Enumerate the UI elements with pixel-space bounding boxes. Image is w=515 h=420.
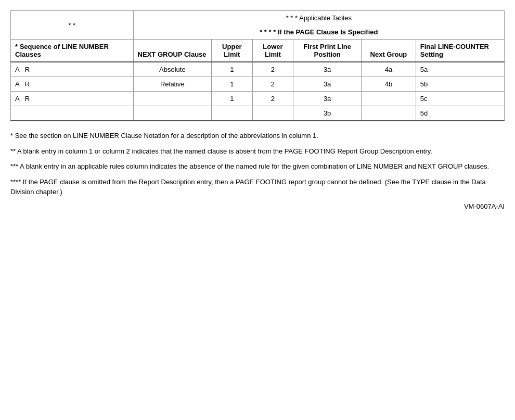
col-header-3: Upper Limit bbox=[212, 40, 253, 62]
applicable-tables-label: * * * Applicable Tables bbox=[286, 14, 352, 22]
footnote-2: ** A blank entry in column 1 or column 2… bbox=[10, 146, 505, 157]
row2-col3: 1 bbox=[212, 77, 253, 92]
row4-col7: 5d bbox=[416, 106, 504, 121]
footnotes-section: * See the section on LINE NUMBER Clause … bbox=[10, 131, 505, 197]
col-headers-row: * Sequence of LINE NUMBER Clauses NEXT G… bbox=[11, 40, 505, 62]
row2-col1: A R bbox=[11, 77, 134, 92]
row3-col2 bbox=[133, 92, 212, 106]
row1-col6: 4a bbox=[362, 62, 416, 77]
col-header-7: Final LINE-COUNTER Setting bbox=[416, 40, 504, 62]
row3-col5: 3a bbox=[293, 92, 362, 106]
double-star-cell: * * bbox=[11, 11, 134, 40]
main-table: * * * * * Applicable Tables * * * * If t… bbox=[10, 10, 505, 121]
row2-col4: 2 bbox=[252, 77, 293, 92]
row2-col2: Relative bbox=[133, 77, 212, 92]
row3-col4: 2 bbox=[252, 92, 293, 106]
row2-col7: 5b bbox=[416, 77, 504, 92]
row3-col3: 1 bbox=[212, 92, 253, 106]
row1-col7: 5a bbox=[416, 62, 504, 77]
row3-col6 bbox=[362, 92, 416, 106]
row1-col3: 1 bbox=[212, 62, 253, 77]
col-header-6: Next Group bbox=[362, 40, 416, 62]
row3-col1: A R bbox=[11, 92, 134, 106]
row1-col4: 2 bbox=[252, 62, 293, 77]
table-row: 3b 5d bbox=[11, 106, 505, 121]
table-row: A R Absolute 1 2 3a 4a bbox=[11, 62, 505, 77]
table-row: A R Relative 1 2 3a 4b bbox=[11, 77, 505, 92]
row1-col1: A R bbox=[11, 62, 134, 77]
col-header-5: First Print Line Position bbox=[293, 40, 362, 62]
footnote-4: **** If the PAGE clause is omitted from … bbox=[10, 177, 505, 197]
applicable-tables-cell: * * * Applicable Tables bbox=[133, 11, 504, 26]
if-page-clause-cell: * * * * If the PAGE Clause Is Specified bbox=[133, 25, 504, 40]
if-page-clause-label: * * * * If the PAGE Clause Is Specified bbox=[260, 28, 378, 36]
row4-col2 bbox=[133, 106, 212, 121]
row4-col6 bbox=[362, 106, 416, 121]
col-header-2: NEXT GROUP Clause bbox=[133, 40, 212, 62]
row3-col7: 5c bbox=[416, 92, 504, 106]
page-container: * * * * * Applicable Tables * * * * If t… bbox=[10, 10, 505, 210]
row4-col3 bbox=[212, 106, 253, 121]
row1-col2: Absolute bbox=[133, 62, 212, 77]
row1-col5: 3a bbox=[293, 62, 362, 77]
col-header-4: Lower Limit bbox=[252, 40, 293, 62]
row4-col5: 3b bbox=[293, 106, 362, 121]
table-row: A R 1 2 3a 5c bbox=[11, 92, 505, 106]
col-header-1: * Sequence of LINE NUMBER Clauses bbox=[11, 40, 134, 62]
vm-code: VM-0607A-AI bbox=[10, 202, 505, 210]
footnote-3: *** A blank entry in an applicable rules… bbox=[10, 161, 505, 172]
row4-col4 bbox=[252, 106, 293, 121]
row2-col5: 3a bbox=[293, 77, 362, 92]
footnote-1: * See the section on LINE NUMBER Clause … bbox=[10, 131, 505, 141]
header-row-1: * * * * * Applicable Tables bbox=[11, 11, 505, 26]
double-star-label: * * bbox=[68, 21, 75, 29]
row2-col6: 4b bbox=[362, 77, 416, 92]
row4-col1 bbox=[11, 106, 134, 121]
